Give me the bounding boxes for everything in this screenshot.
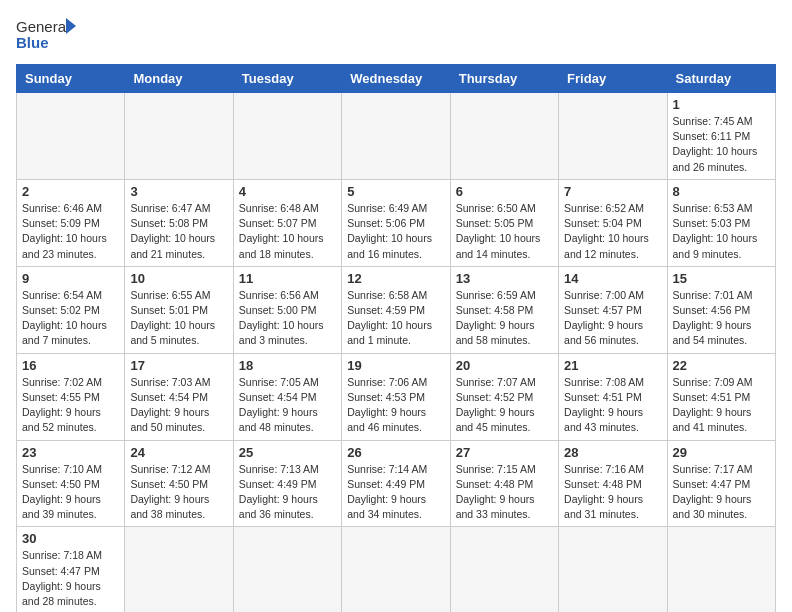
calendar-cell: 22Sunrise: 7:09 AM Sunset: 4:51 PM Dayli… (667, 353, 775, 440)
calendar-cell: 25Sunrise: 7:13 AM Sunset: 4:49 PM Dayli… (233, 440, 341, 527)
day-number: 25 (239, 445, 336, 460)
day-info: Sunrise: 7:10 AM Sunset: 4:50 PM Dayligh… (22, 462, 119, 523)
calendar-cell: 2Sunrise: 6:46 AM Sunset: 5:09 PM Daylig… (17, 179, 125, 266)
calendar-week-row: 23Sunrise: 7:10 AM Sunset: 4:50 PM Dayli… (17, 440, 776, 527)
page-header: GeneralBlue (16, 16, 776, 54)
calendar-cell: 14Sunrise: 7:00 AM Sunset: 4:57 PM Dayli… (559, 266, 667, 353)
day-number: 5 (347, 184, 444, 199)
calendar-cell (233, 527, 341, 612)
calendar-cell: 6Sunrise: 6:50 AM Sunset: 5:05 PM Daylig… (450, 179, 558, 266)
day-number: 7 (564, 184, 661, 199)
day-info: Sunrise: 7:18 AM Sunset: 4:47 PM Dayligh… (22, 548, 119, 609)
calendar-cell: 9Sunrise: 6:54 AM Sunset: 5:02 PM Daylig… (17, 266, 125, 353)
day-number: 22 (673, 358, 770, 373)
day-info: Sunrise: 7:08 AM Sunset: 4:51 PM Dayligh… (564, 375, 661, 436)
calendar-cell: 30Sunrise: 7:18 AM Sunset: 4:47 PM Dayli… (17, 527, 125, 612)
calendar-cell: 21Sunrise: 7:08 AM Sunset: 4:51 PM Dayli… (559, 353, 667, 440)
calendar-cell: 24Sunrise: 7:12 AM Sunset: 4:50 PM Dayli… (125, 440, 233, 527)
calendar-cell: 26Sunrise: 7:14 AM Sunset: 4:49 PM Dayli… (342, 440, 450, 527)
calendar-cell: 28Sunrise: 7:16 AM Sunset: 4:48 PM Dayli… (559, 440, 667, 527)
calendar-cell (17, 93, 125, 180)
day-info: Sunrise: 7:16 AM Sunset: 4:48 PM Dayligh… (564, 462, 661, 523)
day-number: 27 (456, 445, 553, 460)
day-info: Sunrise: 7:09 AM Sunset: 4:51 PM Dayligh… (673, 375, 770, 436)
calendar-cell: 3Sunrise: 6:47 AM Sunset: 5:08 PM Daylig… (125, 179, 233, 266)
column-header-friday: Friday (559, 65, 667, 93)
day-number: 10 (130, 271, 227, 286)
column-header-thursday: Thursday (450, 65, 558, 93)
day-info: Sunrise: 6:47 AM Sunset: 5:08 PM Dayligh… (130, 201, 227, 262)
calendar-cell: 7Sunrise: 6:52 AM Sunset: 5:04 PM Daylig… (559, 179, 667, 266)
calendar-cell: 10Sunrise: 6:55 AM Sunset: 5:01 PM Dayli… (125, 266, 233, 353)
calendar-week-row: 16Sunrise: 7:02 AM Sunset: 4:55 PM Dayli… (17, 353, 776, 440)
day-info: Sunrise: 6:46 AM Sunset: 5:09 PM Dayligh… (22, 201, 119, 262)
day-number: 6 (456, 184, 553, 199)
svg-text:General: General (16, 18, 69, 35)
day-info: Sunrise: 6:56 AM Sunset: 5:00 PM Dayligh… (239, 288, 336, 349)
day-info: Sunrise: 7:07 AM Sunset: 4:52 PM Dayligh… (456, 375, 553, 436)
day-number: 24 (130, 445, 227, 460)
calendar-cell (342, 527, 450, 612)
day-number: 12 (347, 271, 444, 286)
day-info: Sunrise: 7:05 AM Sunset: 4:54 PM Dayligh… (239, 375, 336, 436)
calendar-cell (450, 93, 558, 180)
calendar-cell (559, 527, 667, 612)
day-info: Sunrise: 6:54 AM Sunset: 5:02 PM Dayligh… (22, 288, 119, 349)
logo: GeneralBlue (16, 16, 76, 54)
day-number: 3 (130, 184, 227, 199)
day-number: 21 (564, 358, 661, 373)
day-number: 30 (22, 531, 119, 546)
column-header-sunday: Sunday (17, 65, 125, 93)
calendar-cell: 27Sunrise: 7:15 AM Sunset: 4:48 PM Dayli… (450, 440, 558, 527)
day-number: 16 (22, 358, 119, 373)
day-info: Sunrise: 7:03 AM Sunset: 4:54 PM Dayligh… (130, 375, 227, 436)
calendar-cell: 12Sunrise: 6:58 AM Sunset: 4:59 PM Dayli… (342, 266, 450, 353)
calendar-cell (233, 93, 341, 180)
day-info: Sunrise: 7:14 AM Sunset: 4:49 PM Dayligh… (347, 462, 444, 523)
column-header-tuesday: Tuesday (233, 65, 341, 93)
calendar-cell: 11Sunrise: 6:56 AM Sunset: 5:00 PM Dayli… (233, 266, 341, 353)
svg-text:Blue: Blue (16, 34, 49, 51)
calendar-cell: 13Sunrise: 6:59 AM Sunset: 4:58 PM Dayli… (450, 266, 558, 353)
day-number: 28 (564, 445, 661, 460)
calendar-cell (125, 527, 233, 612)
day-number: 9 (22, 271, 119, 286)
calendar-cell (559, 93, 667, 180)
day-number: 2 (22, 184, 119, 199)
calendar-table: SundayMondayTuesdayWednesdayThursdayFrid… (16, 64, 776, 612)
column-header-saturday: Saturday (667, 65, 775, 93)
day-info: Sunrise: 7:06 AM Sunset: 4:53 PM Dayligh… (347, 375, 444, 436)
day-number: 26 (347, 445, 444, 460)
day-number: 13 (456, 271, 553, 286)
calendar-cell: 18Sunrise: 7:05 AM Sunset: 4:54 PM Dayli… (233, 353, 341, 440)
day-number: 17 (130, 358, 227, 373)
day-number: 11 (239, 271, 336, 286)
day-info: Sunrise: 6:59 AM Sunset: 4:58 PM Dayligh… (456, 288, 553, 349)
svg-marker-2 (66, 18, 76, 34)
day-number: 8 (673, 184, 770, 199)
day-number: 4 (239, 184, 336, 199)
day-info: Sunrise: 7:17 AM Sunset: 4:47 PM Dayligh… (673, 462, 770, 523)
day-number: 18 (239, 358, 336, 373)
calendar-cell: 1Sunrise: 7:45 AM Sunset: 6:11 PM Daylig… (667, 93, 775, 180)
calendar-cell (667, 527, 775, 612)
day-info: Sunrise: 7:02 AM Sunset: 4:55 PM Dayligh… (22, 375, 119, 436)
calendar-week-row: 9Sunrise: 6:54 AM Sunset: 5:02 PM Daylig… (17, 266, 776, 353)
day-info: Sunrise: 7:00 AM Sunset: 4:57 PM Dayligh… (564, 288, 661, 349)
calendar-cell: 15Sunrise: 7:01 AM Sunset: 4:56 PM Dayli… (667, 266, 775, 353)
column-header-wednesday: Wednesday (342, 65, 450, 93)
calendar-header-row: SundayMondayTuesdayWednesdayThursdayFrid… (17, 65, 776, 93)
calendar-cell: 23Sunrise: 7:10 AM Sunset: 4:50 PM Dayli… (17, 440, 125, 527)
day-info: Sunrise: 7:13 AM Sunset: 4:49 PM Dayligh… (239, 462, 336, 523)
day-number: 1 (673, 97, 770, 112)
day-number: 20 (456, 358, 553, 373)
calendar-week-row: 30Sunrise: 7:18 AM Sunset: 4:47 PM Dayli… (17, 527, 776, 612)
calendar-cell: 16Sunrise: 7:02 AM Sunset: 4:55 PM Dayli… (17, 353, 125, 440)
day-number: 15 (673, 271, 770, 286)
column-header-monday: Monday (125, 65, 233, 93)
day-info: Sunrise: 6:50 AM Sunset: 5:05 PM Dayligh… (456, 201, 553, 262)
calendar-week-row: 1Sunrise: 7:45 AM Sunset: 6:11 PM Daylig… (17, 93, 776, 180)
calendar-cell: 20Sunrise: 7:07 AM Sunset: 4:52 PM Dayli… (450, 353, 558, 440)
day-info: Sunrise: 6:48 AM Sunset: 5:07 PM Dayligh… (239, 201, 336, 262)
calendar-cell (450, 527, 558, 612)
